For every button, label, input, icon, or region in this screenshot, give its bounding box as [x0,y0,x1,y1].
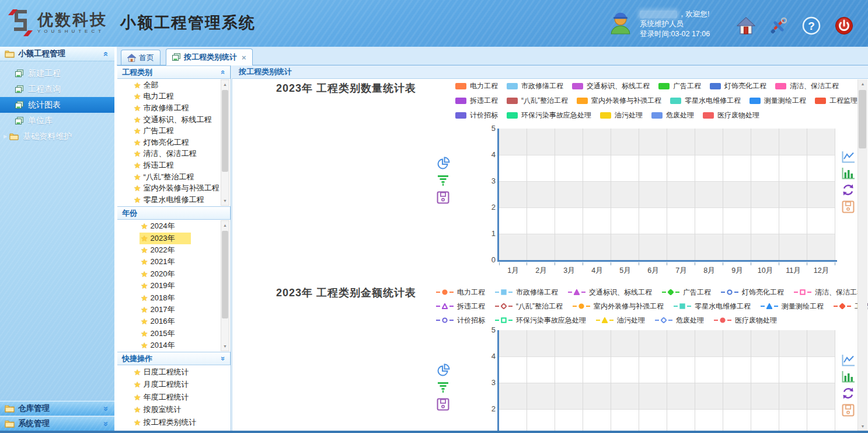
scroll-down-icon[interactable]: ▼ [221,342,229,350]
expand-arrow-icon[interactable]: ▶ [4,134,7,139]
sidebar-group-warehouse[interactable]: 仓库管理 » [0,401,114,415]
legend-item-“八乱”整治工程[interactable]: “八乱”整治工程 [494,302,563,311]
bar-chart-icon[interactable] [842,370,856,383]
legend-item-广告工程[interactable]: 广告工程 [658,81,701,91]
pie-chart-icon[interactable] [437,363,452,377]
quick-list-item-4[interactable]: ★按工程类别统计 [117,416,221,429]
legend-item-医疗废物处理[interactable]: 医疗废物处理 [713,316,777,325]
year-list-item-8[interactable]: ★2016年 [117,316,221,327]
expand-icon[interactable]: » [219,356,228,361]
power-icon[interactable] [835,16,853,35]
quick-list-item-3[interactable]: ★按股室统计 [117,404,221,417]
save-icon[interactable] [842,200,856,213]
legend-item-交通标识、标线工程[interactable]: 交通标识、标线工程 [572,81,650,91]
category-list-item-3[interactable]: ★交通标识、标线工程 [117,114,221,126]
sidebar-item-2[interactable]: 统计图表 [0,97,114,113]
sidebar-item-3[interactable]: 单位库 [0,113,114,129]
sidebar-item-1[interactable]: 工程查询 [0,81,114,97]
bar-chart-icon[interactable] [842,167,856,179]
legend-item-市政修缮工程[interactable]: 市政修缮工程 [494,287,558,297]
legend-item-电力工程[interactable]: 电力工程 [435,287,485,297]
close-icon[interactable]: × [242,53,246,62]
legend-item-零星水电维修工程[interactable]: 零星水电维修工程 [672,302,751,311]
scrollbar-thumb[interactable] [859,90,866,148]
year-list-item-0[interactable]: ★2024年 [117,220,221,232]
legend-item-灯饰亮化工程[interactable]: 灯饰亮化工程 [710,81,766,91]
legend-item-计价招标[interactable]: 计价招标 [455,110,498,120]
line-chart-icon[interactable] [842,354,856,366]
sidebar-item-4[interactable]: ▶基础资料维护 [0,129,114,144]
legend-item-清洁、保洁工程[interactable]: 清洁、保洁工程 [793,287,864,297]
sidebar-item-0[interactable]: 新建工程 [0,65,114,81]
scroll-down-icon[interactable]: ▼ [858,422,867,430]
legend-item-工程监理[interactable]: 工程监理 [815,96,857,106]
scroll-up-icon[interactable]: ▲ [221,81,229,88]
legend-item-测量测绘工程[interactable]: 测量测绘工程 [750,96,806,106]
save-icon[interactable] [437,398,452,411]
legend-item-室内外装修与补强工程[interactable]: 室内外装修与补强工程 [577,96,661,106]
year-list-item-1[interactable]: ★2023年 [117,232,221,244]
legend-item-广告工程[interactable]: 广告工程 [661,287,711,297]
category-list-item-8[interactable]: ★“八乱”整治工程 [117,171,221,183]
year-list-item-9[interactable]: ★2015年 [117,328,221,340]
legend-item-环保污染事故应急处理[interactable]: 环保污染事故应急处理 [507,110,591,120]
year-list-item-5[interactable]: ★2019年 [117,280,221,292]
year-list-item-3[interactable]: ★2021年 [117,256,221,268]
legend-item-拆违工程[interactable]: 拆违工程 [435,302,485,311]
year-list-item-10[interactable]: ★2014年 [117,340,221,351]
expand-icon[interactable]: » [101,406,111,411]
save-icon[interactable] [842,404,856,417]
pie-chart-icon[interactable] [437,157,452,170]
legend-item-计价招标[interactable]: 计价招标 [435,316,485,325]
funnel-icon[interactable] [437,175,452,186]
category-list-item-1[interactable]: ★电力工程 [117,91,221,103]
category-list-item-9[interactable]: ★室内外装修与补强工程 [117,182,221,194]
quick-list-item-2[interactable]: ★年度工程统计 [117,391,221,404]
legend-item-环保污染事故应急处理[interactable]: 环保污染事故应急处理 [494,316,586,325]
sidebar-group-main[interactable]: 小额工程管理 « [0,47,114,61]
legend-item-拆违工程[interactable]: 拆违工程 [455,96,498,106]
help-icon[interactable]: ? [802,16,821,35]
year-list-item-4[interactable]: ★2020年 [117,268,221,280]
save-icon[interactable] [437,191,452,204]
category-list-item-2[interactable]: ★市政修缮工程 [117,102,221,114]
legend-item-“八乱”整治工程[interactable]: “八乱”整治工程 [507,96,568,106]
scroll-down-icon[interactable]: ▼ [221,197,229,205]
category-scrollbar[interactable]: ▲ ▼ [221,79,229,206]
category-list-item-0[interactable]: ★全部 [117,79,221,91]
legend-item-清洁、保洁工程[interactable]: 清洁、保洁工程 [775,81,839,91]
main-scrollbar[interactable]: ▲ ▼ [857,79,867,431]
scroll-up-icon[interactable]: ▲ [221,221,229,229]
category-list-item-10[interactable]: ★零星水电维修工程 [117,194,221,206]
legend-item-危废处理[interactable]: 危废处理 [651,110,694,120]
collapse-icon[interactable]: « [219,70,228,74]
sidebar-group-system[interactable]: 系统管理 » [0,416,114,431]
scrollbar-thumb[interactable] [222,231,228,318]
legend-item-医疗废物处理[interactable]: 医疗废物处理 [703,110,759,120]
year-list-item-6[interactable]: ★2018年 [117,292,221,303]
quick-actions-header[interactable]: 快捷操作 » [117,352,231,365]
year-panel-header[interactable]: 年份 [117,206,231,220]
collapse-icon[interactable]: « [101,51,111,56]
legend-item-测量测绘工程[interactable]: 测量测绘工程 [759,302,824,311]
category-list-item-6[interactable]: ★清洁、保洁工程 [117,148,221,160]
year-list-item-2[interactable]: ★2022年 [117,244,221,256]
line-chart-icon[interactable] [842,151,856,163]
category-panel-header[interactable]: 工程类别 « [117,65,231,79]
year-list-item-7[interactable]: ★2017年 [117,304,221,316]
refresh-icon[interactable] [842,387,856,400]
quick-list-item-1[interactable]: ★月度工程统计 [117,379,221,392]
legend-item-交通标识、标线工程[interactable]: 交通标识、标线工程 [567,287,652,297]
legend-item-油污处理[interactable]: 油污处理 [595,316,645,325]
tab-home[interactable]: 首页 [121,50,161,65]
scrollbar-thumb[interactable] [222,90,228,172]
legend-item-市政修缮工程[interactable]: 市政修缮工程 [507,81,563,91]
scroll-up-icon[interactable]: ▲ [858,80,867,88]
category-list-item-7[interactable]: ★拆违工程 [117,160,221,171]
home-icon[interactable] [737,16,755,35]
refresh-icon[interactable] [842,183,856,196]
tools-icon[interactable] [769,16,788,35]
year-scrollbar[interactable]: ▲ ▼ [221,220,229,351]
legend-item-灯饰亮化工程[interactable]: 灯饰亮化工程 [720,287,784,297]
legend-item-电力工程[interactable]: 电力工程 [455,81,498,91]
